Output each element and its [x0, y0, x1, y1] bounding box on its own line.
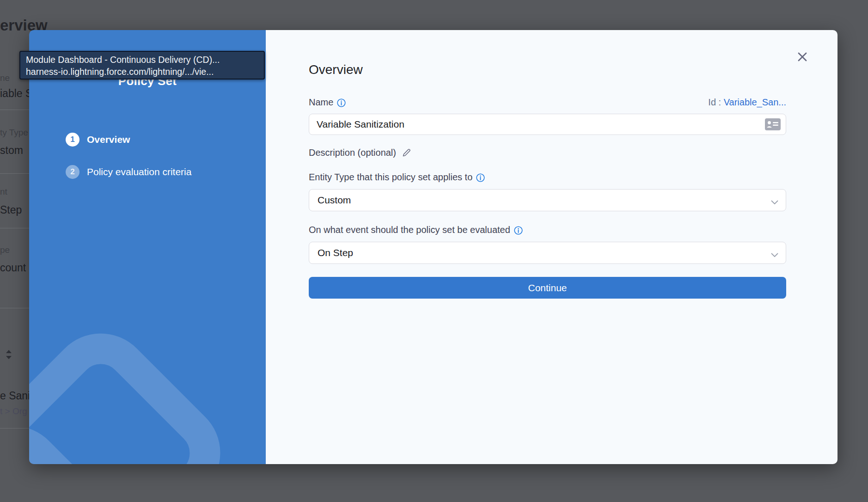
background-divider	[0, 173, 29, 174]
event-label: On what event should the policy set be e…	[309, 225, 510, 235]
id-link[interactable]: Variable_San...	[724, 97, 786, 107]
step-number-badge: 2	[66, 165, 79, 179]
info-icon[interactable]	[476, 173, 485, 182]
background-field-label: nt	[0, 187, 7, 197]
wizard-steps: 1 Overview 2 Policy evaluation criteria	[29, 133, 266, 179]
name-input[interactable]	[309, 114, 786, 135]
event-value: On Step	[318, 247, 353, 258]
sort-icon	[6, 349, 12, 360]
entity-type-select[interactable]: Custom	[309, 189, 786, 211]
background-field-label: ty Type	[0, 128, 28, 138]
continue-button[interactable]: Continue	[309, 277, 786, 299]
name-label: Name	[309, 97, 333, 108]
step-policy-evaluation-criteria[interactable]: 2 Policy evaluation criteria	[66, 165, 266, 179]
edit-description-icon[interactable]	[402, 148, 411, 158]
background-row-value: e Sani	[0, 390, 30, 402]
id-card-icon[interactable]	[765, 118, 781, 132]
chevron-down-icon	[771, 251, 778, 259]
tooltip-url: harness-io.lightning.force.com/lightning…	[26, 66, 258, 78]
name-field-header: Name Id : Variable_San...	[309, 97, 786, 108]
step-overview[interactable]: 1 Overview	[66, 133, 266, 147]
tooltip-title: Module Dashboard - Continuous Delivery (…	[26, 54, 258, 66]
background-field-value: iable S	[0, 87, 32, 100]
overview-step-panel: Overview Name Id : Variable_San...	[266, 30, 837, 464]
background-divider	[0, 308, 29, 308]
wizard-sidebar: Policy Set 1 Overview 2 Policy evaluatio…	[29, 30, 266, 464]
entity-type-value: Custom	[318, 195, 351, 206]
page-title: Overview	[309, 62, 786, 77]
harness-logo-watermark	[29, 312, 241, 464]
info-icon[interactable]	[337, 98, 346, 107]
background-field-value: stom	[0, 144, 23, 157]
policy-set-modal: Policy Set 1 Overview 2 Policy evaluatio…	[29, 30, 837, 464]
background-field-value: count :	[0, 262, 32, 274]
background-divider	[0, 428, 29, 429]
background-divider	[0, 110, 29, 110]
background-row-breadcrumb: t > Org	[0, 406, 27, 416]
background-field-label: ne	[0, 73, 10, 83]
background-field-value: Step	[0, 204, 22, 216]
step-label: Overview	[87, 134, 130, 145]
close-icon	[796, 51, 808, 63]
description-label: Description (optional)	[309, 147, 396, 158]
step-number-badge: 1	[66, 133, 79, 147]
link-preview-tooltip: Module Dashboard - Continuous Delivery (…	[19, 51, 265, 80]
id-prefix: Id :	[708, 97, 721, 107]
entity-id: Id : Variable_San...	[708, 97, 786, 108]
entity-type-label: Entity Type that this policy set applies…	[309, 172, 472, 183]
step-label: Policy evaluation criteria	[87, 166, 191, 178]
event-select[interactable]: On Step	[309, 242, 786, 264]
chevron-down-icon	[771, 198, 778, 207]
close-button[interactable]	[795, 49, 810, 64]
background-field-label: pe	[0, 245, 10, 255]
info-icon[interactable]	[514, 226, 523, 235]
background-divider	[0, 228, 29, 228]
